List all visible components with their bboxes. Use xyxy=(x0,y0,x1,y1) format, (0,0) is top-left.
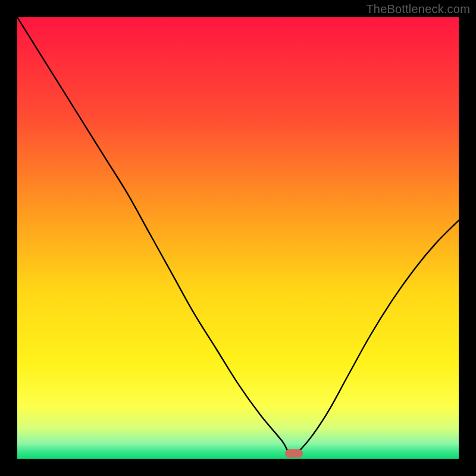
chart-frame: TheBottleneck.com xyxy=(0,0,476,476)
optimum-marker xyxy=(285,449,303,458)
bottleneck-curve xyxy=(17,17,459,459)
plot-area xyxy=(17,17,459,459)
attribution-watermark: TheBottleneck.com xyxy=(366,2,470,16)
